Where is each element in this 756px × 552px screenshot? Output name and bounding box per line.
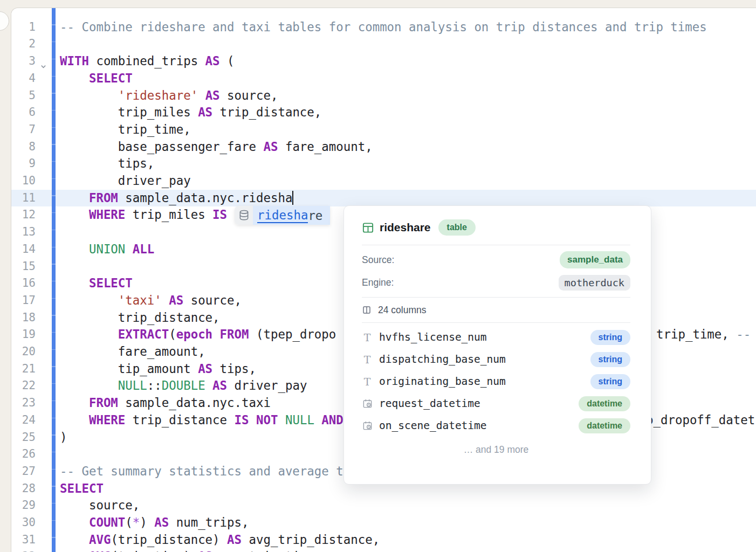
line-number: 13 (11, 224, 36, 241)
code-token: sample_data.nyc.ridesha (118, 191, 293, 205)
code-token: WITH (60, 54, 89, 68)
code-line[interactable]: 30 COUNT(*) AS num_trips, (11, 514, 756, 532)
code-token: FROM (89, 396, 118, 410)
code-text: SELECT (60, 480, 104, 498)
column-type-badge: string (590, 352, 630, 367)
source-label: Source: (362, 254, 394, 266)
code-text: AVG(trip_distance) AS avg_trip_distance, (60, 532, 380, 549)
code-token: AS (205, 54, 220, 68)
collapsed-edge-button[interactable] (0, 11, 9, 31)
code-line[interactable]: 9 tips, (11, 155, 756, 172)
code-line[interactable]: 31 AVG(trip_distance) AS avg_trip_distan… (11, 532, 756, 549)
code-text: -- Combine rideshare and taxi tables for… (60, 19, 707, 36)
line-number: 31 (11, 532, 36, 549)
line-number: 23 (11, 395, 36, 412)
code-text: 'rideshare' AS source, (60, 87, 278, 105)
code-token (60, 276, 89, 290)
column-type-badge: datetime (579, 418, 630, 433)
line-number: 28 (11, 480, 36, 498)
code-token (278, 413, 285, 427)
code-line[interactable]: 1-- Combine rideshare and taxi tables fo… (11, 19, 756, 36)
columns-icon (362, 305, 372, 315)
code-token (227, 208, 234, 222)
column-type-badge: datetime (579, 396, 630, 411)
line-number: 20 (11, 343, 36, 361)
code-line[interactable]: 2 (11, 36, 756, 53)
table-name-title: rideshare (380, 221, 431, 234)
line-number: 26 (11, 446, 36, 463)
code-token: COUNT (89, 515, 125, 529)
line-number: 25 (11, 429, 36, 446)
line-number: 8 (11, 139, 36, 156)
line-number: 32 (11, 548, 36, 552)
line-number: 2 (11, 36, 36, 53)
code-token (60, 71, 89, 85)
line-number: 9 (11, 155, 36, 172)
code-token: AS (212, 378, 227, 392)
code-token: fare_amount, (278, 140, 372, 154)
column-name: dispatching_base_num (379, 353, 590, 365)
line-number: 4 (11, 70, 36, 87)
column-name: hvfhs_license_num (379, 331, 590, 343)
code-token: source, (60, 498, 140, 512)
line-number: 16 (11, 275, 36, 292)
line-number: 11 (11, 190, 36, 207)
code-token: (trip_distance) (111, 533, 227, 547)
code-token: ) (140, 515, 154, 529)
code-token: SELECT (60, 481, 104, 495)
code-token: (tpep_dropo (249, 327, 336, 341)
table-icon (362, 222, 374, 234)
code-text: FROM sample_data.nyc.ridesha (60, 190, 293, 207)
code-text: fare_amount, (60, 343, 205, 361)
code-token: trip_distance, (60, 310, 220, 325)
code-token (60, 293, 118, 307)
code-line[interactable]: 29 source, (11, 497, 756, 514)
code-token: ) (60, 430, 67, 444)
columns-count-row: 24 columns (362, 298, 630, 322)
code-text: -- Get summary statistics and average t (60, 463, 343, 480)
code-token: AS (169, 293, 183, 307)
code-token: -- (736, 327, 751, 341)
code-text-fragment: p_dropoff_datet (646, 412, 755, 429)
code-token: DOUBLE (162, 378, 205, 392)
line-number: 3 (11, 53, 36, 70)
code-line[interactable]: 6 trip_miles AS trip_distance, (11, 104, 756, 121)
code-line[interactable]: 11 FROM sample_data.nyc.ridesha (11, 190, 756, 207)
code-token: -- Get summary statistics and average t (60, 464, 343, 478)
code-token (60, 515, 89, 529)
code-token: * (133, 515, 140, 529)
line-number: 30 (11, 514, 36, 532)
code-token: trip_miles (125, 208, 212, 222)
code-token: trip_time, (60, 122, 191, 136)
code-token: SELECT (89, 71, 133, 85)
code-text: AVG(trip_time) AS avg_trip_time, (60, 548, 321, 552)
code-token: tips, (212, 362, 256, 376)
code-line[interactable]: 3WITH combined_trips AS ( (11, 53, 756, 70)
code-token (125, 242, 132, 256)
code-line[interactable]: 8 base_passenger_fare AS fare_amount, (11, 139, 756, 156)
fold-chevron-icon[interactable] (40, 58, 47, 65)
engine-label: Engine: (362, 277, 394, 288)
code-token (60, 378, 118, 392)
code-line[interactable]: 5 'rideshare' AS source, (11, 87, 756, 105)
column-row: Toriginating_base_numstring (362, 370, 630, 392)
column-row: Thvfhs_license_numstring (362, 326, 630, 348)
line-number: 27 (11, 463, 36, 480)
code-line[interactable]: 7 trip_time, (11, 121, 756, 139)
code-token: NOT (256, 413, 278, 427)
code-text: trip_miles AS trip_distance, (60, 104, 321, 121)
code-token: combined_trips (89, 54, 205, 68)
code-line[interactable]: 10 driver_pay (11, 172, 756, 190)
autocomplete-item-rideshare[interactable]: rideshare (235, 206, 330, 225)
code-line[interactable]: 32 AVG(trip_time) AS avg_trip_time, (11, 548, 756, 552)
code-token: p_dropoff_datet (646, 413, 755, 427)
source-value-badge: sample_data (560, 251, 630, 268)
code-line[interactable]: 4 SELECT (11, 70, 756, 87)
code-text: driver_pay (60, 172, 191, 190)
code-token (198, 88, 205, 102)
code-token: AS (198, 105, 212, 119)
code-token (60, 533, 89, 547)
code-token (60, 191, 89, 205)
code-token (60, 208, 89, 222)
line-number: 15 (11, 258, 36, 275)
